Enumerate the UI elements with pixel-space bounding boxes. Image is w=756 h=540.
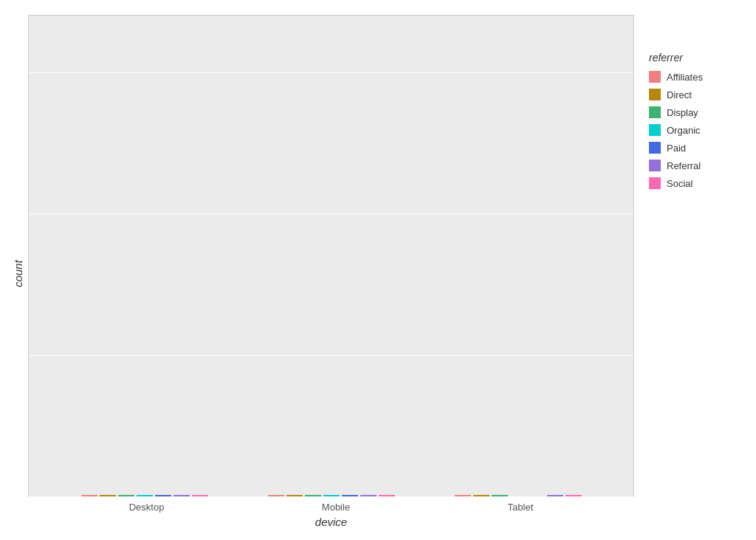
- legend-label: Direct: [667, 89, 692, 100]
- legend-color-box: [649, 177, 661, 189]
- plot-panel: 050010001500: [28, 15, 634, 497]
- legend-color-box: [649, 142, 661, 154]
- legend-item: Display: [649, 106, 741, 118]
- bar-tablet-display: [492, 495, 508, 496]
- legend: referrer Affiliates Direct Display Organ…: [634, 37, 749, 202]
- plot-area-wrapper: count 050010001500 DesktopMobileTablet d…: [7, 15, 634, 533]
- device-group-tablet: [455, 495, 582, 496]
- legend-label: Referral: [667, 160, 701, 171]
- bar-tablet-social: [566, 495, 582, 496]
- legend-label: Display: [667, 107, 698, 118]
- device-group-mobile: [268, 495, 395, 496]
- gridline: [29, 496, 633, 497]
- x-axis-labels: DesktopMobileTablet: [28, 497, 634, 513]
- bar-desktop-affiliates: [81, 495, 97, 496]
- bar-desktop-paid: [155, 495, 171, 496]
- legend-label: Social: [667, 178, 693, 189]
- legend-item: Affiliates: [649, 71, 741, 83]
- legend-item: Organic: [649, 124, 741, 136]
- plot-and-x: 050010001500 DesktopMobileTablet device: [28, 15, 634, 533]
- x-axis-title: device: [28, 516, 634, 528]
- legend-color-box: [649, 124, 661, 136]
- device-group-desktop: [81, 495, 208, 496]
- bar-mobile-affiliates: [268, 495, 284, 496]
- legend-items: Affiliates Direct Display Organic Paid R…: [649, 71, 741, 195]
- x-tick-label: Tablet: [508, 502, 534, 513]
- bar-mobile-display: [305, 495, 321, 496]
- bar-desktop-referral: [173, 495, 190, 496]
- legend-item: Direct: [649, 89, 741, 100]
- chart-container: count 050010001500 DesktopMobileTablet d…: [0, 0, 756, 540]
- bar-mobile-paid: [342, 495, 358, 496]
- bar-tablet-direct: [473, 495, 489, 496]
- legend-title: referrer: [649, 52, 741, 64]
- legend-label: Affiliates: [667, 72, 703, 83]
- bar-desktop-social: [192, 495, 208, 496]
- legend-item: Social: [649, 177, 741, 189]
- legend-color-box: [649, 71, 661, 83]
- bar-desktop-direct: [100, 495, 116, 496]
- legend-item: Paid: [649, 142, 741, 154]
- bar-mobile-organic: [323, 495, 340, 496]
- bar-desktop-organic: [137, 495, 153, 496]
- bar-tablet-referral: [547, 495, 563, 496]
- x-tick-label: Desktop: [129, 502, 165, 513]
- legend-color-box: [649, 160, 661, 171]
- legend-item: Referral: [649, 160, 741, 171]
- y-axis-label-container: count: [7, 15, 28, 533]
- legend-color-box: [649, 106, 661, 118]
- legend-label: Organic: [667, 125, 701, 136]
- legend-color-box: [649, 89, 661, 100]
- bar-mobile-direct: [286, 495, 303, 496]
- bar-mobile-referral: [360, 495, 377, 496]
- legend-label: Paid: [667, 143, 686, 154]
- bar-tablet-affiliates: [455, 495, 471, 496]
- y-axis-label: count: [12, 260, 24, 287]
- bars-container: [29, 16, 633, 496]
- bar-desktop-display: [118, 495, 134, 496]
- bar-mobile-social: [379, 495, 395, 496]
- x-tick-label: Mobile: [322, 502, 350, 513]
